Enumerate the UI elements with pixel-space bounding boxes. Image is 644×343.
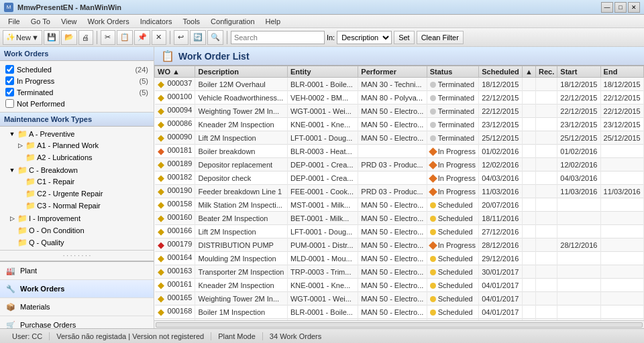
col-rec[interactable]: Rec. [535,66,557,78]
col-end[interactable]: End [600,66,643,78]
cell-entity: MLD-0001 - Mou... [287,252,358,265]
col-wo[interactable]: WO ▲ [155,66,195,78]
menu-item-file[interactable]: File [3,16,25,27]
table-row[interactable]: ◆ 000090 Lift 2M Inspection LFT-0001 - D… [155,131,644,145]
nav-purchaseorders[interactable]: 🛒 Purchase Orders [0,316,154,328]
col-status[interactable]: Status [427,66,479,78]
col-sort[interactable]: ▲ [523,66,536,78]
menu-item-indicators[interactable]: Indicators [135,16,178,27]
col-desc[interactable]: Description [195,66,288,78]
table-row[interactable]: ◆ 000164 Moulding 2M Inspection MLD-0001… [155,252,644,265]
filter-scheduled-checkbox[interactable] [5,65,14,74]
filter-inprogress[interactable]: In Progress (5) [3,75,151,86]
table-container[interactable]: WO ▲ Description Entity Performer Status… [154,66,644,320]
filter-scheduled[interactable]: Scheduled (24) [3,64,151,75]
purchaseorders-icon: 🛒 [5,320,16,328]
search-input[interactable] [231,31,325,44]
filter-inprogress-checkbox[interactable] [5,76,14,85]
table-row[interactable]: ◆ 000189 Depositor replacement DEP-0001 … [155,158,644,172]
menu-item-workorders[interactable]: Work Orders [83,16,135,27]
close-button[interactable]: ✕ [628,2,640,13]
table-row[interactable]: ◆ 000094 Weighting Tower 2M In... WGT-00… [155,105,644,118]
tree-toggle-c3[interactable] [16,202,24,210]
table-row[interactable]: ◆ 000182 Depositor check DEP-0001 - Crea… [155,172,644,185]
tree-row-i[interactable]: ▷ 📁 I - Improvement [1,213,152,224]
menu-item-configuration[interactable]: Configuration [205,16,260,27]
minimize-button[interactable]: — [601,2,613,13]
maximize-button[interactable]: □ [614,2,627,13]
menu-item-tools[interactable]: Tools [177,16,205,27]
filter-terminated[interactable]: Terminated (5) [3,86,151,98]
tree-toggle-a[interactable]: ▼ [8,130,16,138]
tree-toggle-a1[interactable]: ▷ [16,141,24,149]
delete-button[interactable]: ✕ [152,30,166,45]
col-entity[interactable]: Entity [287,66,358,78]
copy-button[interactable]: 📋 [117,30,133,45]
cell-performer: MAN 50 - Electro... [358,305,427,319]
search-in-select[interactable]: Description [337,31,392,44]
table-row[interactable]: ◆ 000086 Kneader 2M Inspection KNE-0001 … [155,118,644,131]
table-row[interactable]: ◆ 000165 Weighting Tower 2M In... WGT-00… [155,292,644,305]
tree-row-c[interactable]: ▼ 📁 C - Breakdown [1,165,152,176]
print-button[interactable]: 🖨 [78,30,93,45]
tree-toggle-c2[interactable] [16,190,24,198]
tree-toggle-a2[interactable] [16,153,24,161]
nav-workorders[interactable]: 🔧 Work Orders [0,280,154,298]
set-button[interactable]: Set [394,31,415,44]
nav-plant[interactable]: 🏭 Plant [0,262,154,280]
wo-type-icon: ◆ [158,92,164,102]
filter-inprogress-count: (5) [140,77,148,85]
menu-item-help[interactable]: Help [260,16,286,27]
cell-desc: Weighting Tower 2M In... [195,105,288,118]
cut-button[interactable]: ✂ [101,30,115,45]
menu-item-goto[interactable]: Go To [25,16,56,27]
title-bar-controls[interactable]: — □ ✕ [601,2,640,13]
tree-toggle-c[interactable]: ▼ [8,166,16,174]
save-button[interactable]: 💾 [44,30,60,45]
table-row[interactable]: ◆ 000158 Milk Station 2M Inspecti... MST… [155,198,644,212]
table-row[interactable]: ◆ 000161 Kneader 2M Inspection KNE-0001 … [155,279,644,292]
tree-row-a1[interactable]: ▷ 📁 A1 - Planned Work [1,140,152,151]
tree-row-a[interactable]: ▼ 📁 A - Preventive [1,129,152,139]
tree-toggle-i[interactable]: ▷ [8,214,16,222]
table-row[interactable]: ◆ 000037 Boiler 12M Overhaul BLR-0001 - … [155,78,644,91]
menu-item-view[interactable]: View [56,16,83,27]
col-start[interactable]: Start [557,66,600,78]
table-row[interactable]: ◆ 000179 DISTRIBUTION PUMP PUM-0001 - Di… [155,238,644,252]
maintenance-tree: ▼ 📁 A - Preventive ▷ 📁 A1 - Planned Work [0,127,154,250]
undo-button[interactable]: ↩ [174,30,189,45]
cell-sort [523,185,536,198]
tree-toggle-o[interactable] [8,226,16,234]
table-row[interactable]: ◆ 000181 Boiler breakdown BLR-0003 - Hea… [155,145,644,158]
cell-rec [535,78,557,91]
cell-wo: ◆ 000086 [155,118,195,131]
tree-row-c1[interactable]: 📁 C1 - Repair [1,176,152,187]
tree-toggle-q[interactable] [8,238,16,247]
col-performer[interactable]: Performer [358,66,427,78]
tree-row-q[interactable]: 📁 Q - Quality [1,237,152,248]
tree-row-a2[interactable]: 📁 A2 - Lubrications [1,152,152,163]
table-row[interactable]: ◆ 000100 Vehicle Roadworthiness... VEH-0… [155,91,644,105]
filter-notperformed[interactable]: Not Performed [3,98,151,109]
clean-filter-button[interactable]: Clean Filter [417,31,464,44]
filter-button[interactable]: 🔍 [207,30,223,45]
new-button[interactable]: ✨ New ▼ [3,30,42,45]
tree-toggle-c1[interactable] [16,178,24,186]
table-row[interactable]: ◆ 000190 Feeder breakdown Line 1 FEE-000… [155,185,644,198]
table-row[interactable]: ◆ 000163 Transporter 2M Inspection TRP-0… [155,265,644,279]
tree-row-o[interactable]: 📁 O - On Condition [1,225,152,236]
filter-notperformed-checkbox[interactable] [5,99,14,108]
table-row[interactable]: ◆ 000168 Boiler 1M Inspection BLR-0001 -… [155,305,644,319]
open-button[interactable]: 📂 [61,30,77,45]
refresh-button[interactable]: 🔄 [190,30,206,45]
tree-row-c2[interactable]: 📁 C2 - Urgente Repair [1,188,152,199]
cell-desc: Lift 2M Inspection [195,131,288,145]
nav-materials[interactable]: 📦 Materials [0,298,154,316]
paste-button[interactable]: 📌 [134,30,150,45]
cell-sort [523,78,536,91]
table-row[interactable]: ◆ 000166 Lift 2M Inspection LFT-0001 - D… [155,225,644,238]
tree-row-c3[interactable]: 📁 C3 - Normal Repair [1,200,152,211]
col-scheduled[interactable]: Scheduled [479,66,523,78]
filter-terminated-checkbox[interactable] [5,88,14,96]
table-row[interactable]: ◆ 000160 Beater 2M Inspection BET-0001 -… [155,212,644,225]
